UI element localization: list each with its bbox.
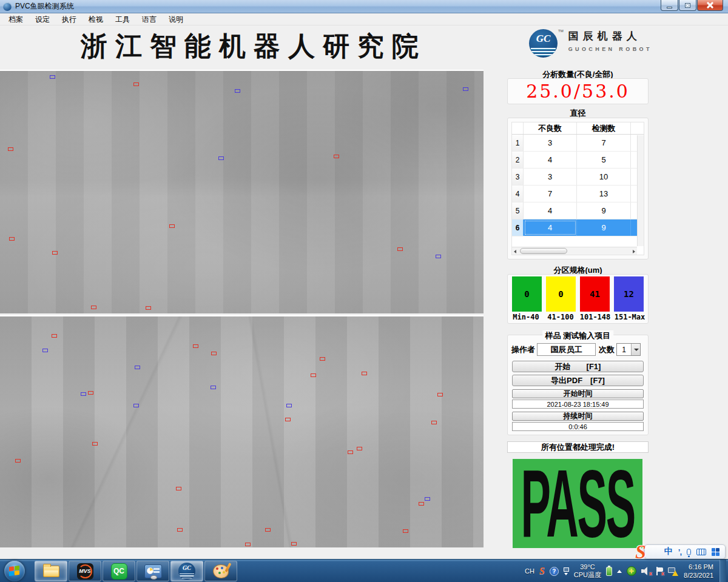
analysis-box: 25.0/53.0	[507, 78, 649, 104]
table-row[interactable]: 137	[512, 135, 644, 152]
show-desktop-button[interactable]	[720, 560, 726, 582]
hidden-icons-arrow[interactable]	[617, 570, 622, 573]
ime-menu-icon[interactable]	[712, 548, 720, 556]
qc-icon: QC	[111, 563, 127, 580]
clock-time: 6:16 PM	[684, 563, 713, 571]
speaker-muted-icon[interactable]: x	[641, 567, 651, 575]
action-center-flag-icon[interactable]: x	[656, 567, 663, 575]
defect-marker	[88, 391, 93, 395]
scrollbar-thumb[interactable]	[520, 248, 567, 254]
duration-label: 持续时间	[512, 412, 644, 421]
scroll-left-arrow[interactable]	[512, 248, 519, 255]
system-tray: CH S ? 39°C CPU温度 x x 6:16 PM 8/23/2021	[525, 560, 728, 582]
table-row[interactable]: 4713	[512, 186, 644, 202]
taskbar-explorer-button[interactable]	[35, 561, 67, 581]
defect-marker	[133, 404, 139, 407]
table-vertical-scrollbar[interactable]	[637, 135, 644, 246]
defect-marker	[133, 82, 139, 86]
ime-mode-toggle[interactable]: 中	[664, 546, 673, 557]
defect-marker	[211, 352, 217, 355]
defect-marker	[235, 89, 240, 93]
table-row[interactable]: 245	[512, 152, 644, 169]
menu-item[interactable]: 工具	[109, 14, 136, 25]
table-row[interactable]: 549	[512, 202, 644, 219]
zone-range-label: Min-40	[509, 313, 543, 321]
defect-marker	[362, 372, 367, 375]
taskbar-qc-button[interactable]: QC	[103, 561, 135, 581]
defect-marker	[334, 155, 339, 158]
windows-flag-icon	[9, 566, 20, 577]
logo-waves-icon	[531, 48, 556, 56]
start-time-label: 开始时间	[512, 389, 644, 398]
menu-item[interactable]: 档案	[2, 14, 29, 25]
network-warning-icon[interactable]	[668, 567, 678, 575]
defect-marker	[245, 543, 251, 546]
close-button[interactable]	[697, 0, 723, 11]
start-button-orb[interactable]	[4, 561, 25, 581]
clock[interactable]: 6:16 PM 8/23/2021	[684, 563, 713, 580]
operator-label: 操作者	[511, 344, 535, 355]
sample-group: 样品 测试输入项目 操作者 次数 1 开始 [F1] 导出PDF [F7] 开始…	[507, 335, 649, 435]
sample-legend: 样品 测试输入项目	[542, 330, 614, 341]
microphone-icon[interactable]	[687, 549, 691, 555]
defect-marker	[52, 334, 57, 338]
sogou-tray-icon[interactable]: S	[539, 566, 545, 577]
guochen-app-icon: GC	[178, 563, 195, 580]
menu-item[interactable]: 语言	[136, 14, 163, 25]
language-bar-options-icon[interactable]	[564, 567, 569, 575]
table-header: 不良数 检测数	[512, 122, 644, 135]
page-title: 浙江智能机器人研究院	[81, 28, 426, 64]
maximize-button[interactable]	[679, 0, 696, 11]
antivirus-icon[interactable]	[627, 566, 636, 576]
ime-punctuation-toggle[interactable]: ’,	[678, 547, 681, 557]
status-message: 所有位置都处理完成!	[507, 441, 649, 453]
minimize-button[interactable]	[661, 0, 678, 11]
chevron-down-icon[interactable]	[631, 344, 640, 355]
defect-marker	[436, 255, 441, 258]
scroll-right-arrow[interactable]	[630, 248, 637, 255]
zone-count-cell: 0	[512, 276, 542, 312]
defect-marker	[265, 528, 271, 532]
paint-palette-icon	[213, 564, 229, 578]
export-pdf-button[interactable]: 导出PDF [F7]	[512, 375, 644, 386]
taskbar-guochen-app-button[interactable]: GC	[170, 561, 203, 581]
company-logo: GC TM 国辰机器人 GUOCHEN ROBOT	[529, 29, 652, 58]
defect-marker	[311, 373, 316, 377]
logo-name-cn: 国辰机器人	[568, 29, 652, 43]
defect-marker	[81, 392, 86, 396]
menu-item[interactable]: 说明	[163, 14, 189, 25]
table-row[interactable]: 3310	[512, 169, 644, 186]
help-icon[interactable]: ?	[550, 567, 559, 576]
cpu-temp-value: 39°C	[574, 563, 601, 571]
times-select[interactable]: 1	[616, 343, 641, 356]
defect-marker	[50, 75, 55, 79]
menu-item[interactable]: 检视	[83, 14, 109, 25]
result-text: PASS	[521, 459, 634, 548]
start-button[interactable]: 开始 [F1]	[512, 361, 644, 372]
start-time-value: 2021-08-23 18:15:49	[512, 400, 644, 409]
column-header-detected: 检测数	[577, 122, 631, 134]
defect-marker	[42, 349, 48, 352]
result-badge: PASS	[513, 459, 642, 548]
taskbar-paint-button[interactable]	[204, 561, 237, 581]
menu-item[interactable]: 设定	[29, 14, 56, 25]
taskbar-mvs-button[interactable]: MVS	[69, 561, 101, 581]
table-row[interactable]: 649	[512, 219, 644, 236]
sogou-logo-icon[interactable]: S	[635, 541, 646, 563]
table-horizontal-scrollbar[interactable]	[512, 247, 637, 255]
menu-item[interactable]: 执行	[56, 14, 83, 25]
taskbar: MVS QC GC CH S ? 39°C CPU温度 x	[0, 559, 728, 582]
keyboard-icon[interactable]	[696, 549, 706, 555]
window-title: PVC鱼眼检测系统	[15, 1, 74, 12]
defect-marker	[403, 529, 408, 533]
language-indicator[interactable]: CH	[525, 567, 534, 575]
analysis-value: 25.0/53.0	[526, 81, 630, 102]
menubar: 档案设定执行检视工具语言说明	[0, 14, 728, 25]
zone-count-cell: 12	[614, 276, 644, 312]
battery-icon[interactable]	[606, 567, 612, 576]
logo-tm: TM	[558, 29, 564, 33]
clock-date: 8/23/2021	[684, 571, 713, 580]
operator-input[interactable]	[537, 343, 596, 356]
folder-icon	[43, 566, 59, 577]
taskbar-control-panel-button[interactable]	[136, 561, 169, 581]
